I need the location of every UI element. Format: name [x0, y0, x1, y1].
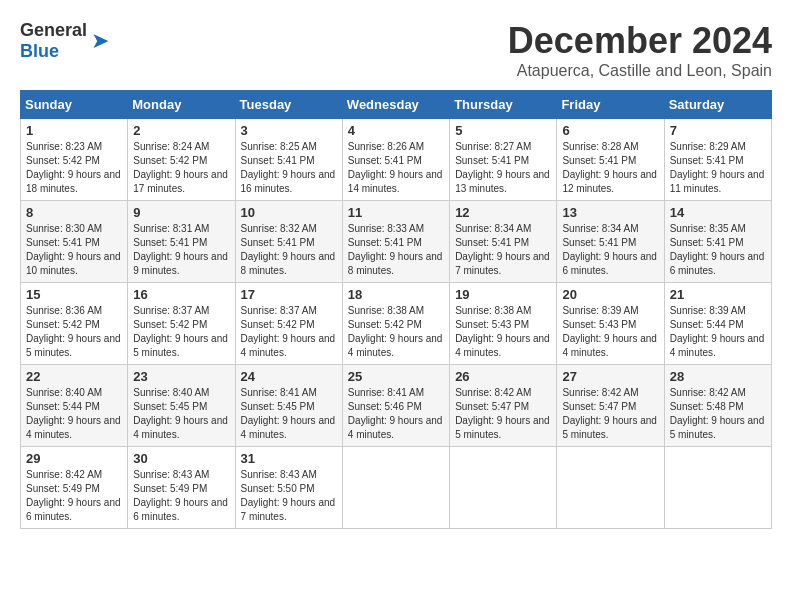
calendar-cell: 29Sunrise: 8:42 AMSunset: 5:49 PMDayligh…: [21, 447, 128, 529]
day-number: 7: [670, 123, 766, 138]
day-info: Sunrise: 8:42 AMSunset: 5:47 PMDaylight:…: [455, 386, 551, 442]
day-info: Sunrise: 8:39 AMSunset: 5:43 PMDaylight:…: [562, 304, 658, 360]
day-info: Sunrise: 8:42 AMSunset: 5:47 PMDaylight:…: [562, 386, 658, 442]
day-number: 21: [670, 287, 766, 302]
calendar-cell: [664, 447, 771, 529]
day-number: 31: [241, 451, 337, 466]
location-title: Atapuerca, Castille and Leon, Spain: [508, 62, 772, 80]
header-day-tuesday: Tuesday: [235, 91, 342, 119]
day-number: 3: [241, 123, 337, 138]
day-info: Sunrise: 8:29 AMSunset: 5:41 PMDaylight:…: [670, 140, 766, 196]
calendar-cell: 12Sunrise: 8:34 AMSunset: 5:41 PMDayligh…: [450, 201, 557, 283]
day-info: Sunrise: 8:24 AMSunset: 5:42 PMDaylight:…: [133, 140, 229, 196]
day-info: Sunrise: 8:42 AMSunset: 5:49 PMDaylight:…: [26, 468, 122, 524]
day-number: 20: [562, 287, 658, 302]
day-info: Sunrise: 8:34 AMSunset: 5:41 PMDaylight:…: [455, 222, 551, 278]
calendar-table: SundayMondayTuesdayWednesdayThursdayFrid…: [20, 90, 772, 529]
day-info: Sunrise: 8:38 AMSunset: 5:43 PMDaylight:…: [455, 304, 551, 360]
week-row-2: 8Sunrise: 8:30 AMSunset: 5:41 PMDaylight…: [21, 201, 772, 283]
calendar-cell: 2Sunrise: 8:24 AMSunset: 5:42 PMDaylight…: [128, 119, 235, 201]
day-number: 23: [133, 369, 229, 384]
calendar-cell: [557, 447, 664, 529]
week-row-5: 29Sunrise: 8:42 AMSunset: 5:49 PMDayligh…: [21, 447, 772, 529]
calendar-cell: 1Sunrise: 8:23 AMSunset: 5:42 PMDaylight…: [21, 119, 128, 201]
header: General Blue ➤ December 2024 Atapuerca, …: [20, 20, 772, 80]
calendar-cell: 26Sunrise: 8:42 AMSunset: 5:47 PMDayligh…: [450, 365, 557, 447]
day-number: 30: [133, 451, 229, 466]
day-info: Sunrise: 8:37 AMSunset: 5:42 PMDaylight:…: [241, 304, 337, 360]
day-number: 26: [455, 369, 551, 384]
calendar-cell: 16Sunrise: 8:37 AMSunset: 5:42 PMDayligh…: [128, 283, 235, 365]
day-number: 28: [670, 369, 766, 384]
day-info: Sunrise: 8:40 AMSunset: 5:45 PMDaylight:…: [133, 386, 229, 442]
calendar-cell: 3Sunrise: 8:25 AMSunset: 5:41 PMDaylight…: [235, 119, 342, 201]
logo: General Blue ➤: [20, 20, 109, 62]
day-number: 12: [455, 205, 551, 220]
calendar-cell: 28Sunrise: 8:42 AMSunset: 5:48 PMDayligh…: [664, 365, 771, 447]
calendar-cell: 9Sunrise: 8:31 AMSunset: 5:41 PMDaylight…: [128, 201, 235, 283]
day-number: 15: [26, 287, 122, 302]
header-day-wednesday: Wednesday: [342, 91, 449, 119]
calendar-cell: 8Sunrise: 8:30 AMSunset: 5:41 PMDaylight…: [21, 201, 128, 283]
calendar-cell: 10Sunrise: 8:32 AMSunset: 5:41 PMDayligh…: [235, 201, 342, 283]
day-number: 5: [455, 123, 551, 138]
day-number: 10: [241, 205, 337, 220]
header-day-monday: Monday: [128, 91, 235, 119]
day-number: 19: [455, 287, 551, 302]
day-info: Sunrise: 8:38 AMSunset: 5:42 PMDaylight:…: [348, 304, 444, 360]
day-number: 17: [241, 287, 337, 302]
calendar-cell: 13Sunrise: 8:34 AMSunset: 5:41 PMDayligh…: [557, 201, 664, 283]
calendar-cell: 20Sunrise: 8:39 AMSunset: 5:43 PMDayligh…: [557, 283, 664, 365]
calendar-cell: 15Sunrise: 8:36 AMSunset: 5:42 PMDayligh…: [21, 283, 128, 365]
day-info: Sunrise: 8:40 AMSunset: 5:44 PMDaylight:…: [26, 386, 122, 442]
day-number: 13: [562, 205, 658, 220]
day-number: 9: [133, 205, 229, 220]
day-info: Sunrise: 8:43 AMSunset: 5:50 PMDaylight:…: [241, 468, 337, 524]
day-info: Sunrise: 8:42 AMSunset: 5:48 PMDaylight:…: [670, 386, 766, 442]
day-info: Sunrise: 8:25 AMSunset: 5:41 PMDaylight:…: [241, 140, 337, 196]
logo-blue: Blue: [20, 41, 59, 61]
calendar-cell: 30Sunrise: 8:43 AMSunset: 5:49 PMDayligh…: [128, 447, 235, 529]
calendar-cell: 6Sunrise: 8:28 AMSunset: 5:41 PMDaylight…: [557, 119, 664, 201]
calendar-cell: 14Sunrise: 8:35 AMSunset: 5:41 PMDayligh…: [664, 201, 771, 283]
day-number: 18: [348, 287, 444, 302]
calendar-cell: 17Sunrise: 8:37 AMSunset: 5:42 PMDayligh…: [235, 283, 342, 365]
day-number: 27: [562, 369, 658, 384]
calendar-cell: 11Sunrise: 8:33 AMSunset: 5:41 PMDayligh…: [342, 201, 449, 283]
day-info: Sunrise: 8:31 AMSunset: 5:41 PMDaylight:…: [133, 222, 229, 278]
calendar-cell: 31Sunrise: 8:43 AMSunset: 5:50 PMDayligh…: [235, 447, 342, 529]
day-number: 11: [348, 205, 444, 220]
week-row-4: 22Sunrise: 8:40 AMSunset: 5:44 PMDayligh…: [21, 365, 772, 447]
calendar-cell: [450, 447, 557, 529]
day-number: 16: [133, 287, 229, 302]
logo-general: General: [20, 20, 87, 40]
calendar-cell: 25Sunrise: 8:41 AMSunset: 5:46 PMDayligh…: [342, 365, 449, 447]
day-info: Sunrise: 8:28 AMSunset: 5:41 PMDaylight:…: [562, 140, 658, 196]
calendar-cell: 19Sunrise: 8:38 AMSunset: 5:43 PMDayligh…: [450, 283, 557, 365]
day-info: Sunrise: 8:37 AMSunset: 5:42 PMDaylight:…: [133, 304, 229, 360]
calendar-cell: 27Sunrise: 8:42 AMSunset: 5:47 PMDayligh…: [557, 365, 664, 447]
day-info: Sunrise: 8:23 AMSunset: 5:42 PMDaylight:…: [26, 140, 122, 196]
calendar-cell: 5Sunrise: 8:27 AMSunset: 5:41 PMDaylight…: [450, 119, 557, 201]
day-number: 1: [26, 123, 122, 138]
month-title: December 2024: [508, 20, 772, 62]
header-day-thursday: Thursday: [450, 91, 557, 119]
day-info: Sunrise: 8:26 AMSunset: 5:41 PMDaylight:…: [348, 140, 444, 196]
day-info: Sunrise: 8:32 AMSunset: 5:41 PMDaylight:…: [241, 222, 337, 278]
day-number: 6: [562, 123, 658, 138]
header-day-saturday: Saturday: [664, 91, 771, 119]
calendar-cell: [342, 447, 449, 529]
day-number: 4: [348, 123, 444, 138]
day-number: 25: [348, 369, 444, 384]
calendar-cell: 4Sunrise: 8:26 AMSunset: 5:41 PMDaylight…: [342, 119, 449, 201]
title-area: December 2024 Atapuerca, Castille and Le…: [508, 20, 772, 80]
day-number: 14: [670, 205, 766, 220]
day-info: Sunrise: 8:35 AMSunset: 5:41 PMDaylight:…: [670, 222, 766, 278]
calendar-cell: 7Sunrise: 8:29 AMSunset: 5:41 PMDaylight…: [664, 119, 771, 201]
day-info: Sunrise: 8:41 AMSunset: 5:46 PMDaylight:…: [348, 386, 444, 442]
week-row-3: 15Sunrise: 8:36 AMSunset: 5:42 PMDayligh…: [21, 283, 772, 365]
calendar-header: SundayMondayTuesdayWednesdayThursdayFrid…: [21, 91, 772, 119]
day-info: Sunrise: 8:30 AMSunset: 5:41 PMDaylight:…: [26, 222, 122, 278]
calendar-body: 1Sunrise: 8:23 AMSunset: 5:42 PMDaylight…: [21, 119, 772, 529]
day-number: 8: [26, 205, 122, 220]
